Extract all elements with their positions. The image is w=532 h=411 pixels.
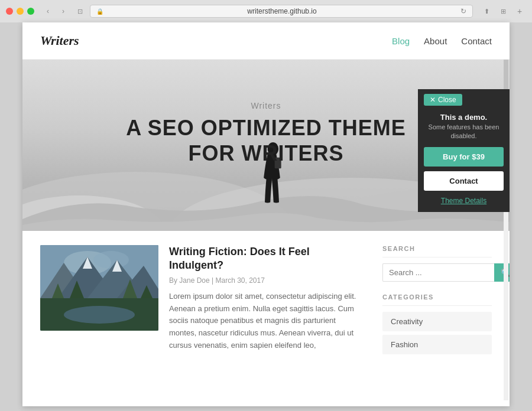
site-nav: Blog About Contact bbox=[392, 36, 492, 46]
post-image-svg bbox=[40, 245, 158, 331]
popup-buy-button[interactable]: Buy for $39 bbox=[424, 147, 504, 167]
minimize-traffic-light[interactable] bbox=[17, 8, 24, 15]
category-item[interactable]: Fashion bbox=[382, 335, 492, 354]
post-card: Writing Fiction: Does It Feel Indulgent?… bbox=[40, 245, 365, 352]
lock-icon: 🔒 bbox=[96, 8, 103, 15]
site-header: Writers Blog About Contact bbox=[22, 22, 510, 60]
hero-subtitle: Writers bbox=[126, 101, 406, 110]
share-button[interactable]: ⬆ bbox=[480, 6, 493, 17]
post-title[interactable]: Writing Fiction: Does It Feel Indulgent? bbox=[169, 245, 365, 273]
post-content: Writing Fiction: Does It Feel Indulgent?… bbox=[169, 245, 365, 352]
hero-content: Writers A SEO OPTIMIZED THEME FOR WRITER… bbox=[126, 101, 406, 166]
demo-popup: ✕ Close This a demo. Some features has b… bbox=[418, 89, 510, 212]
add-tab-button[interactable]: + bbox=[513, 6, 526, 17]
post-meta: By Jane Doe | March 30, 2017 bbox=[169, 276, 365, 285]
hero-section: Writers A SEO OPTIMIZED THEME FOR WRITER… bbox=[22, 60, 510, 231]
category-item[interactable]: Creativity bbox=[382, 312, 492, 331]
popup-contact-button[interactable]: Contact bbox=[424, 171, 504, 191]
sidebar-search-section: SEARCH 🔍 bbox=[382, 245, 492, 282]
new-tab-button[interactable]: ⊞ bbox=[497, 6, 510, 17]
nav-about[interactable]: About bbox=[424, 36, 447, 46]
main-content: Writing Fiction: Does It Feel Indulgent?… bbox=[22, 231, 510, 380]
popup-theme-link[interactable]: Theme Details bbox=[418, 197, 510, 205]
back-button[interactable]: ‹ bbox=[41, 6, 54, 17]
maximize-traffic-light[interactable] bbox=[27, 8, 34, 15]
browser-chrome: ‹ › ⊡ 🔒 writerstheme.github.io ↻ ⬆ ⊞ + bbox=[0, 0, 532, 22]
post-image bbox=[40, 245, 158, 331]
address-bar[interactable]: 🔒 writerstheme.github.io ↻ bbox=[90, 5, 473, 18]
search-input[interactable] bbox=[382, 263, 494, 282]
popup-description: Some features has been disabled. bbox=[418, 123, 510, 147]
close-x-icon: ✕ bbox=[430, 96, 436, 104]
svg-point-20 bbox=[64, 306, 135, 324]
close-traffic-light[interactable] bbox=[6, 8, 13, 15]
refresh-button[interactable]: ↻ bbox=[460, 7, 466, 15]
sidebar: SEARCH 🔍 CATEGORIES Creativity Fashion bbox=[382, 245, 492, 366]
forward-button[interactable]: › bbox=[57, 6, 70, 17]
search-box: 🔍 bbox=[382, 263, 492, 282]
categories-label: CATEGORIES bbox=[382, 293, 492, 306]
post-excerpt: Lorem ipsum dolor sit amet, consectetur … bbox=[169, 291, 365, 352]
hero-title: A SEO OPTIMIZED THEME FOR WRITERS bbox=[126, 115, 406, 166]
traffic-lights bbox=[6, 8, 34, 15]
popup-title: This a demo. bbox=[418, 109, 510, 123]
url-text: writerstheme.github.io bbox=[107, 7, 457, 15]
svg-point-8 bbox=[93, 251, 129, 269]
site-logo[interactable]: Writers bbox=[40, 33, 79, 48]
website-container: Writers Blog About Contact bbox=[22, 22, 510, 406]
sidebar-categories-section: CATEGORIES Creativity Fashion bbox=[382, 293, 492, 354]
nav-blog[interactable]: Blog bbox=[392, 36, 410, 46]
reader-button[interactable]: ⊡ bbox=[73, 6, 86, 17]
popup-close-button[interactable]: ✕ Close bbox=[424, 94, 462, 106]
posts-area: Writing Fiction: Does It Feel Indulgent?… bbox=[40, 245, 365, 366]
search-label: SEARCH bbox=[382, 245, 492, 257]
nav-contact[interactable]: Contact bbox=[461, 36, 492, 46]
